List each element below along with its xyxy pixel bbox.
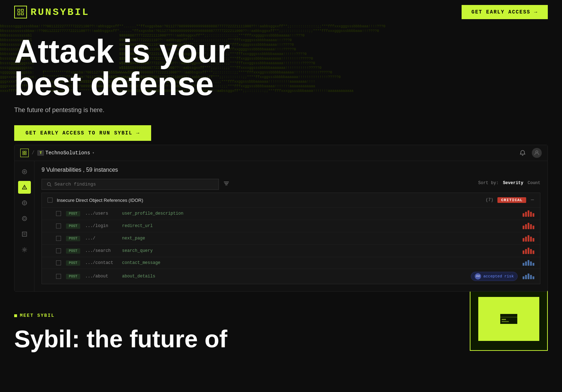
sidebar bbox=[15, 161, 34, 291]
hero-section: bbsssssgggssssbbaa!!??001122227777722211… bbox=[0, 24, 562, 159]
finding-checkbox[interactable] bbox=[56, 274, 61, 279]
search-filter-container: Sort by: Severity Count bbox=[42, 179, 540, 190]
sidebar-item-scope[interactable] bbox=[18, 197, 31, 209]
logo: RUNSYBIL bbox=[14, 6, 89, 18]
app-topbar-left: / T TechnoSolutions ▾ bbox=[20, 149, 94, 157]
endpoint-text: .../login bbox=[85, 223, 117, 228]
http-method-badge: POST bbox=[66, 223, 80, 229]
sort-severity-button[interactable]: Severity bbox=[503, 181, 523, 186]
endpoint-text: .../users bbox=[85, 211, 117, 216]
chevron-down-icon: ▾ bbox=[92, 151, 94, 155]
http-method-badge: POST bbox=[66, 260, 80, 266]
svg-rect-1 bbox=[21, 9, 23, 11]
http-method-badge: POST bbox=[66, 211, 80, 216]
svg-point-8 bbox=[536, 151, 538, 153]
svg-rect-6 bbox=[23, 153, 24, 155]
sidebar-item-alerts[interactable] bbox=[18, 181, 31, 194]
search-icon bbox=[47, 182, 51, 187]
app-topbar-right bbox=[518, 148, 542, 158]
findings-header: 9 Vulnerabilities , 59 instances bbox=[42, 167, 540, 173]
sort-row: Sort by: Severity Count bbox=[478, 181, 540, 186]
endpoint-text: .../ bbox=[85, 236, 117, 241]
vulnerability-group-header[interactable]: Insecure Direct Object References (IDOR)… bbox=[42, 193, 540, 207]
breadcrumb-separator: / bbox=[32, 150, 34, 156]
vulnerability-name: Insecure Direct Object References (IDOR) bbox=[57, 198, 481, 203]
sidebar-item-integrations[interactable] bbox=[18, 212, 31, 225]
hero-cta-button[interactable]: GET EARLY ACCESS TO RUN SYBIL → bbox=[14, 125, 151, 141]
finding-row: POST .../users user_profile_description bbox=[42, 207, 540, 220]
finding-checkbox[interactable] bbox=[56, 248, 61, 253]
section-label-text: MEET SYBIL bbox=[20, 313, 55, 318]
parameter-text: redirect_url bbox=[122, 223, 518, 228]
search-input[interactable] bbox=[54, 182, 214, 187]
severity-bars bbox=[523, 260, 534, 266]
accepted-risk-badge: AV accepted risk bbox=[471, 272, 518, 281]
finding-row: POST .../search search_query bbox=[42, 244, 540, 257]
svg-point-18 bbox=[23, 249, 25, 251]
get-early-access-button[interactable]: GET EARLY ACCESS → bbox=[462, 5, 548, 19]
hero-subtitle: The future of pentesting is here. bbox=[14, 106, 548, 114]
vulnerability-count: (7) bbox=[486, 198, 494, 203]
svg-rect-3 bbox=[21, 13, 23, 15]
svg-rect-27 bbox=[502, 321, 509, 322]
sidebar-item-settings[interactable] bbox=[18, 243, 31, 256]
screen-inner bbox=[478, 297, 540, 341]
svg-point-12 bbox=[24, 188, 25, 189]
section-title: Sybil: the future of bbox=[14, 327, 548, 351]
svg-rect-0 bbox=[18, 9, 20, 11]
app-topbar: / T TechnoSolutions ▾ bbox=[15, 145, 547, 161]
section-label: MEET SYBIL bbox=[14, 313, 548, 318]
collapse-button[interactable]: − bbox=[530, 197, 534, 204]
user-avatar[interactable] bbox=[532, 148, 542, 158]
svg-rect-26 bbox=[502, 319, 506, 320]
parameter-text: next_page bbox=[122, 236, 518, 241]
finding-checkbox[interactable] bbox=[56, 211, 61, 216]
workspace-selector[interactable]: TechnoSolutions ▾ bbox=[45, 150, 94, 156]
finding-checkbox[interactable] bbox=[56, 223, 61, 228]
svg-rect-5 bbox=[25, 151, 26, 153]
critical-badge: CRITICAL bbox=[497, 197, 526, 203]
svg-rect-4 bbox=[23, 151, 24, 153]
endpoint-text: .../about bbox=[85, 274, 117, 279]
parameter-text: user_profile_description bbox=[122, 211, 518, 216]
notifications-button[interactable] bbox=[518, 148, 528, 158]
finding-checkbox[interactable] bbox=[56, 236, 61, 241]
http-method-badge: POST bbox=[66, 248, 80, 254]
svg-rect-2 bbox=[18, 13, 20, 15]
search-bar[interactable] bbox=[42, 179, 219, 190]
hero-title: Attack is your best defense bbox=[14, 35, 248, 100]
svg-point-19 bbox=[47, 182, 50, 186]
app-body: 9 Vulnerabilities , 59 instances bbox=[15, 161, 547, 291]
screen-icon bbox=[498, 312, 519, 326]
finding-row: POST .../ next_page bbox=[42, 232, 540, 244]
sidebar-item-navigation[interactable] bbox=[18, 165, 31, 178]
finding-checkbox[interactable] bbox=[56, 260, 61, 265]
logo-text: RUNSYBIL bbox=[31, 7, 89, 18]
svg-point-10 bbox=[24, 171, 25, 172]
filter-button[interactable] bbox=[223, 180, 230, 188]
svg-rect-15 bbox=[22, 232, 27, 236]
main-content: 9 Vulnerabilities , 59 instances bbox=[34, 161, 547, 291]
section-label-bar bbox=[14, 314, 17, 317]
finding-row: POST .../contact contact_message bbox=[42, 257, 540, 269]
parameter-text: search_query bbox=[122, 248, 518, 253]
severity-bars bbox=[523, 223, 534, 229]
workspace-name-text: TechnoSolutions bbox=[45, 150, 90, 156]
finding-row: POST .../login redirect_url bbox=[42, 220, 540, 232]
sidebar-item-history[interactable] bbox=[18, 228, 31, 241]
parameter-text: contact_message bbox=[122, 260, 518, 265]
app-logo-small bbox=[20, 149, 29, 157]
sort-count-button[interactable]: Count bbox=[528, 181, 540, 186]
logo-icon bbox=[14, 6, 27, 18]
meet-section: MEET SYBIL Sybil: the future of bbox=[0, 292, 562, 365]
endpoint-text: .../search bbox=[85, 248, 117, 253]
app-panel: / T TechnoSolutions ▾ bbox=[14, 145, 548, 292]
vulnerability-group: Insecure Direct Object References (IDOR)… bbox=[42, 193, 540, 284]
svg-point-9 bbox=[22, 170, 27, 174]
svg-rect-7 bbox=[25, 153, 26, 155]
group-checkbox[interactable] bbox=[48, 198, 53, 203]
svg-line-20 bbox=[50, 185, 51, 186]
accepted-risk-label: accepted risk bbox=[483, 274, 514, 278]
svg-point-14 bbox=[22, 216, 27, 221]
endpoint-text: .../contact bbox=[85, 260, 117, 265]
